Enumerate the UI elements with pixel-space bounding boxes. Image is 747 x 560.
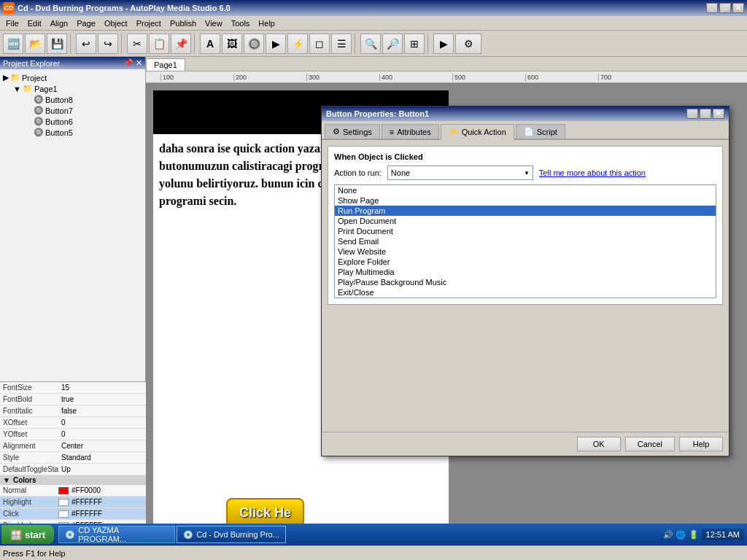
start-icon: 🪟	[10, 529, 22, 540]
help-button[interactable]: Help	[679, 437, 723, 451]
action-listbox[interactable]: None Show Page Run Program Open Document…	[334, 184, 716, 298]
dialog-minimize-button[interactable]: _	[686, 109, 698, 119]
tray-icons: 🔊 🌐 🔋	[663, 530, 698, 540]
taskbar: 🪟 start 💿 CD YAZMA PROGRAM... 💿 Cd - Dvd…	[0, 524, 747, 545]
taskbar-right: 🔊 🌐 🔋 12:51 AM	[663, 529, 747, 540]
dialog-tabs: ⚙ Settings ≡ Attributes ⚡ Quick Action 📄…	[322, 121, 729, 140]
more-info-link[interactable]: Tell me more about this action	[539, 168, 646, 177]
list-item-runprogram[interactable]: Run Program	[335, 206, 716, 216]
list-item-exitclose[interactable]: Exit/Close	[335, 287, 716, 298]
when-object-clicked-section: When Object is Clicked Action to run: No…	[328, 146, 723, 305]
button-properties-dialog: Button Properties: Button1 _ □ ✕ ⚙ Setti…	[321, 106, 729, 456]
taskbar-tasks: 💿 CD YAZMA PROGRAM... 💿 Cd - Dvd Burning…	[58, 526, 663, 543]
list-item-viewwebsite[interactable]: View Website	[335, 246, 716, 257]
list-item-playpause[interactable]: Play/Pause Background Music	[335, 277, 716, 287]
settings-tab-icon: ⚙	[333, 127, 340, 136]
task2-icon: 💿	[183, 530, 193, 540]
dialog-overlay: Button Properties: Button1 _ □ ✕ ⚙ Setti…	[0, 0, 747, 560]
section-title: When Object is Clicked	[334, 152, 716, 161]
task1-label: CD YAZMA PROGRAM...	[78, 526, 169, 543]
start-label: start	[25, 529, 45, 540]
dialog-close-button[interactable]: ✕	[713, 109, 724, 119]
dialog-title-buttons[interactable]: _ □ ✕	[686, 109, 724, 119]
action-row: Action to run: None ▼ Tell me more about…	[334, 166, 716, 180]
list-item-explorefolder[interactable]: Explore Folder	[335, 257, 716, 267]
list-item-opendoc[interactable]: Open Document	[335, 216, 716, 226]
dialog-tab-quickaction[interactable]: ⚡ Quick Action	[441, 124, 514, 140]
list-item-playmultimedia[interactable]: Play Multimedia	[335, 267, 716, 277]
task2-label: Cd - Dvd Burning Pro...	[196, 530, 279, 539]
clock: 12:51 AM	[702, 529, 744, 540]
dialog-body: When Object is Clicked Action to run: No…	[322, 140, 729, 432]
dialog-title-bar: Button Properties: Button1 _ □ ✕	[322, 106, 729, 121]
list-item-none[interactable]: None	[335, 185, 716, 195]
taskbar-task-2[interactable]: 💿 Cd - Dvd Burning Pro...	[177, 526, 286, 543]
start-button[interactable]: 🪟 start	[1, 525, 54, 544]
dropdown-arrow-icon: ▼	[524, 170, 530, 176]
status-text: Press F1 for Help	[0, 549, 747, 558]
script-tab-icon: 📄	[524, 127, 534, 136]
action-dropdown[interactable]: None ▼	[387, 166, 533, 180]
action-label: Action to run:	[334, 168, 382, 177]
dialog-tab-settings[interactable]: ⚙ Settings	[325, 124, 380, 139]
dialog-tab-attributes[interactable]: ≡ Attributes	[382, 124, 439, 139]
attributes-tab-icon: ≡	[390, 128, 394, 136]
list-item-sendemail[interactable]: Send Email	[335, 236, 716, 246]
dialog-maximize-button[interactable]: □	[700, 109, 711, 119]
dropdown-value: None	[391, 168, 410, 177]
dialog-title-text: Button Properties: Button1	[326, 109, 429, 118]
task1-icon: 💿	[65, 530, 75, 540]
dialog-footer: OK Cancel Help	[322, 432, 729, 456]
list-item-showpage[interactable]: Show Page	[335, 195, 716, 206]
taskbar-task-1[interactable]: 💿 CD YAZMA PROGRAM...	[58, 526, 175, 543]
ok-button[interactable]: OK	[577, 437, 621, 451]
dialog-tab-script[interactable]: 📄 Script	[516, 124, 565, 139]
status-bar: Press F1 for Help	[0, 545, 747, 560]
quickaction-tab-icon: ⚡	[449, 127, 459, 136]
cancel-button[interactable]: Cancel	[625, 437, 675, 451]
list-item-printdoc[interactable]: Print Document	[335, 226, 716, 236]
